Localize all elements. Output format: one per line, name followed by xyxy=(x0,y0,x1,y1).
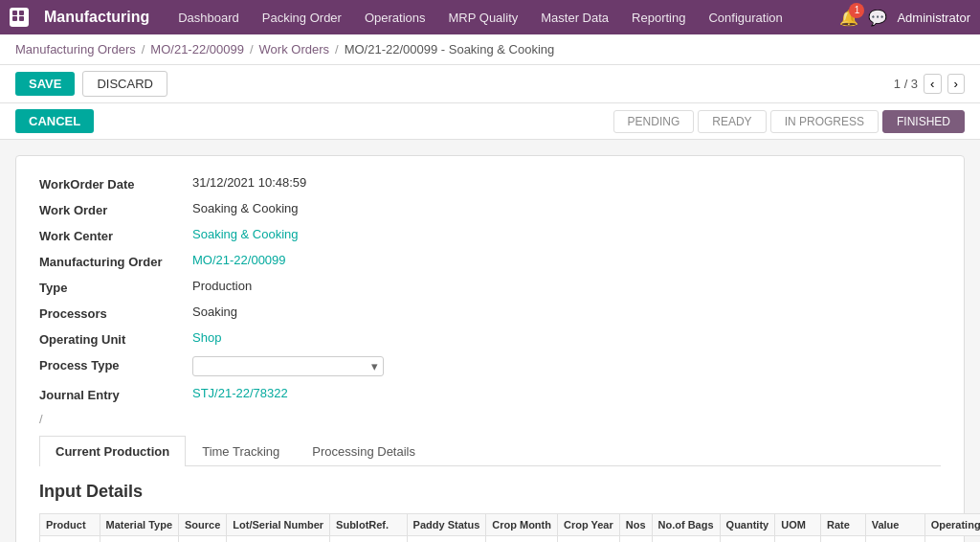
type-value: Production xyxy=(192,279,252,293)
work-center-value[interactable]: Soaking & Cooking xyxy=(192,227,299,241)
work-order-label: Work Order xyxy=(39,201,192,217)
svg-rect-3 xyxy=(19,16,24,21)
type-label: Type xyxy=(39,279,192,295)
col-uom: UOM xyxy=(775,514,821,536)
table-cell: 0.00 xyxy=(557,536,619,543)
table-cell: Shop xyxy=(924,536,980,543)
col-no-of-bags: No.of Bags xyxy=(652,514,720,536)
col-nos: Nos xyxy=(619,514,652,536)
col-rate: Rate xyxy=(821,514,866,536)
processors-label: Processors xyxy=(39,305,192,321)
tab-time-tracking[interactable]: Time Tracking xyxy=(186,436,296,466)
breadcrumb-current: MO/21-22/00099 - Soaking & Cooking xyxy=(345,42,555,56)
status-steps: PENDING READY IN PROGRESS FINISHED xyxy=(613,110,965,133)
col-operating-unit: Operating Unit xyxy=(924,514,980,536)
col-quantity: Quantity xyxy=(720,514,775,536)
col-lot-serial: Lot/Serial Number xyxy=(227,514,330,536)
breadcrumb-mo-number[interactable]: MO/21-22/00099 xyxy=(150,42,244,56)
table-body: xyz paddyMG/StockL - 0000031L - 0000031/… xyxy=(40,536,981,543)
table-cell: xyz paddy xyxy=(40,536,100,543)
main-content: WorkOrder Date 31/12/2021 10:48:59 Work … xyxy=(0,140,980,542)
table-cell xyxy=(179,536,227,543)
chat-icon[interactable]: 💬 xyxy=(868,9,887,27)
table-cell xyxy=(619,536,652,543)
col-sublot-ref: SublotRef. xyxy=(330,514,407,536)
status-finished[interactable]: FINISHED xyxy=(882,110,965,133)
input-details-table: Product Material Type Source Lot/Serial … xyxy=(39,513,980,542)
col-paddy-status: Paddy Status xyxy=(407,514,486,536)
journal-entry-label: Journal Entry xyxy=(39,386,192,402)
breadcrumb-manufacturing-orders[interactable]: Manufacturing Orders xyxy=(15,42,136,56)
table-cell xyxy=(407,536,486,543)
table-cell: 25,000.00 xyxy=(865,536,924,543)
pager-prev[interactable]: ‹ xyxy=(924,74,941,94)
process-type-select[interactable] xyxy=(192,356,384,376)
nav-configuration[interactable]: Configuration xyxy=(704,11,786,25)
process-type-dropdown[interactable] xyxy=(192,356,384,376)
table-cell: Quintal xyxy=(775,536,821,543)
form-separator: / xyxy=(39,412,941,426)
breadcrumb-sep-2: / xyxy=(250,42,254,56)
nav-right-section: 🔔1 💬 Administrator xyxy=(839,9,970,27)
table-header-row: Product Material Type Source Lot/Serial … xyxy=(40,514,981,536)
manufacturing-order-label: Manufacturing Order xyxy=(39,253,192,269)
tab-current-production[interactable]: Current Production xyxy=(39,436,186,466)
admin-label: Administrator xyxy=(897,11,970,25)
field-manufacturing-order: Manufacturing Order MO/21-22/00099 xyxy=(39,253,941,269)
pager-next[interactable]: › xyxy=(947,74,965,94)
tab-processing-details[interactable]: Processing Details xyxy=(296,436,432,466)
cancel-button[interactable]: CANCEL xyxy=(15,109,94,133)
field-operating-unit: Operating Unit Shop xyxy=(39,330,941,347)
field-type: Type Production xyxy=(39,279,941,295)
app-grid-icon[interactable] xyxy=(10,8,29,27)
work-order-value: Soaking & Cooking xyxy=(192,201,299,215)
nav-master-data[interactable]: Master Data xyxy=(537,11,612,25)
col-crop-year: Crop Year xyxy=(557,514,619,536)
svg-rect-1 xyxy=(12,16,17,21)
nav-dashboard[interactable]: Dashboard xyxy=(174,11,243,25)
status-bar: CANCEL PENDING READY IN PROGRESS FINISHE… xyxy=(0,103,980,140)
table-cell: L - 0000031/8 xyxy=(330,536,407,543)
col-value: Value xyxy=(865,514,924,536)
col-product: Product xyxy=(40,514,100,536)
status-pending[interactable]: PENDING xyxy=(613,110,695,133)
workorder-date-value: 31/12/2021 10:48:59 xyxy=(192,175,306,190)
input-details-title: Input Details xyxy=(39,482,941,502)
work-center-label: Work Center xyxy=(39,227,192,243)
discard-button[interactable]: DISCARD xyxy=(82,71,167,97)
top-navigation: Manufacturing Dashboard Packing Order Op… xyxy=(0,0,980,34)
nav-packing-order[interactable]: Packing Order xyxy=(258,11,345,25)
breadcrumb: Manufacturing Orders / MO/21-22/00099 / … xyxy=(0,34,980,65)
processors-value: Soaking xyxy=(192,305,237,319)
nav-mrp-quality[interactable]: MRP Quality xyxy=(445,11,523,25)
process-type-label: Process Type xyxy=(39,356,192,373)
field-work-order: Work Order Soaking & Cooking xyxy=(39,201,941,217)
field-workorder-date: WorkOrder Date 31/12/2021 10:48:59 xyxy=(39,175,941,192)
table-cell: MG/Stock xyxy=(100,536,179,543)
journal-entry-value[interactable]: STJ/21-22/78322 xyxy=(192,386,288,400)
breadcrumb-sep-1: / xyxy=(142,42,145,56)
app-title: Manufacturing xyxy=(44,9,149,26)
status-ready[interactable]: READY xyxy=(698,110,766,133)
nav-reporting[interactable]: Reporting xyxy=(628,11,689,25)
pager: 1 / 3 ‹ › xyxy=(894,74,965,94)
operating-unit-value[interactable]: Shop xyxy=(192,330,221,345)
table-cell xyxy=(652,536,720,543)
notification-badge: 1 xyxy=(849,3,864,18)
status-in-progress[interactable]: IN PROGRESS xyxy=(770,110,879,133)
col-material-type: Material Type xyxy=(100,514,179,536)
field-journal-entry: Journal Entry STJ/21-22/78322 xyxy=(39,386,941,402)
pager-count: 1 / 3 xyxy=(894,77,918,91)
col-source: Source xyxy=(179,514,227,536)
breadcrumb-work-orders[interactable]: Work Orders xyxy=(259,42,329,56)
manufacturing-order-value[interactable]: MO/21-22/00099 xyxy=(192,253,286,267)
form-card: WorkOrder Date 31/12/2021 10:48:59 Work … xyxy=(15,155,965,542)
table-cell: 50.000 xyxy=(720,536,775,543)
col-crop-month: Crop Month xyxy=(486,514,558,536)
table-cell: 0.00 xyxy=(486,536,558,543)
breadcrumb-sep-3: / xyxy=(335,42,339,56)
tab-content-current-production: Input Details Product Material Type Sour… xyxy=(39,466,941,542)
notification-icon[interactable]: 🔔1 xyxy=(839,9,858,27)
nav-operations[interactable]: Operations xyxy=(361,11,430,25)
save-button[interactable]: SAVE xyxy=(15,72,75,96)
